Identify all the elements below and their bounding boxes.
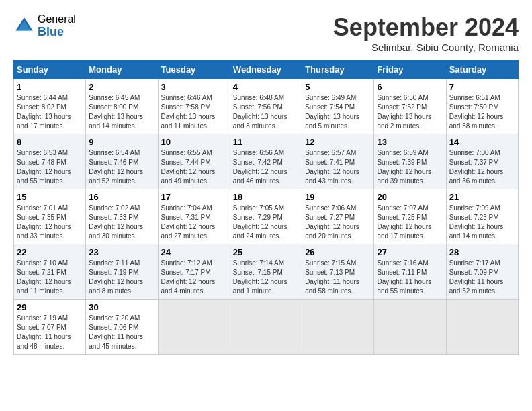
table-row: 6 Sunrise: 6:50 AMSunset: 7:52 PMDayligh…: [374, 79, 446, 134]
table-row: [374, 300, 446, 355]
day-number: 23: [89, 247, 154, 257]
day-number: 9: [89, 137, 154, 147]
table-row: 13 Sunrise: 6:59 AMSunset: 7:39 PMDaylig…: [374, 134, 446, 189]
table-row: 24 Sunrise: 7:12 AMSunset: 7:17 PMDaylig…: [158, 244, 230, 300]
table-row: 3 Sunrise: 6:46 AMSunset: 7:58 PMDayligh…: [158, 79, 230, 134]
day-info: Sunrise: 6:53 AMSunset: 7:48 PMDaylight:…: [17, 148, 83, 186]
logo-text: General Blue: [38, 13, 76, 38]
col-tuesday: Tuesday: [158, 60, 230, 79]
day-info: Sunrise: 7:20 AMSunset: 7:06 PMDaylight:…: [89, 314, 154, 351]
day-info: Sunrise: 6:56 AMSunset: 7:42 PMDaylight:…: [233, 148, 299, 186]
day-number: 20: [377, 192, 443, 202]
day-info: Sunrise: 7:19 AMSunset: 7:07 PMDaylight:…: [17, 314, 83, 351]
day-info: Sunrise: 6:50 AMSunset: 7:52 PMDaylight:…: [377, 93, 443, 131]
table-row: [446, 300, 518, 355]
day-number: 12: [305, 137, 371, 147]
calendar-week-row: 15 Sunrise: 7:01 AMSunset: 7:35 PMDaylig…: [14, 189, 519, 244]
day-info: Sunrise: 7:02 AMSunset: 7:33 PMDaylight:…: [89, 203, 154, 241]
day-number: 18: [233, 192, 299, 202]
day-info: Sunrise: 6:49 AMSunset: 7:54 PMDaylight:…: [305, 93, 371, 131]
day-number: 13: [377, 137, 443, 147]
table-row: 12 Sunrise: 6:57 AMSunset: 7:41 PMDaylig…: [302, 134, 374, 189]
table-row: 15 Sunrise: 7:01 AMSunset: 7:35 PMDaylig…: [14, 189, 86, 244]
location: Selimbar, Sibiu County, Romania: [333, 42, 519, 53]
day-number: 19: [305, 192, 371, 202]
day-info: Sunrise: 7:11 AMSunset: 7:19 PMDaylight:…: [89, 259, 154, 296]
calendar-week-row: 8 Sunrise: 6:53 AMSunset: 7:48 PMDayligh…: [14, 134, 519, 189]
table-row: 14 Sunrise: 7:00 AMSunset: 7:37 PMDaylig…: [446, 134, 518, 189]
day-info: Sunrise: 7:06 AMSunset: 7:27 PMDaylight:…: [305, 203, 371, 241]
table-row: 26 Sunrise: 7:15 AMSunset: 7:13 PMDaylig…: [302, 244, 374, 300]
title-block: September 2024 Selimbar, Sibiu County, R…: [333, 13, 519, 53]
day-info: Sunrise: 6:46 AMSunset: 7:58 PMDaylight:…: [161, 93, 227, 131]
table-row: 5 Sunrise: 6:49 AMSunset: 7:54 PMDayligh…: [302, 79, 374, 134]
day-info: Sunrise: 6:55 AMSunset: 7:44 PMDaylight:…: [161, 148, 227, 186]
day-info: Sunrise: 7:04 AMSunset: 7:31 PMDaylight:…: [161, 203, 227, 241]
day-number: 2: [89, 82, 154, 92]
col-monday: Monday: [86, 60, 158, 79]
table-row: 4 Sunrise: 6:48 AMSunset: 7:56 PMDayligh…: [230, 79, 302, 134]
day-number: 1: [17, 82, 83, 92]
table-row: 17 Sunrise: 7:04 AMSunset: 7:31 PMDaylig…: [158, 189, 230, 244]
col-thursday: Thursday: [302, 60, 374, 79]
day-number: 25: [233, 247, 299, 257]
calendar-table: Sunday Monday Tuesday Wednesday Thursday…: [13, 60, 519, 355]
day-number: 30: [89, 302, 154, 312]
day-number: 17: [161, 192, 227, 202]
table-row: 10 Sunrise: 6:55 AMSunset: 7:44 PMDaylig…: [158, 134, 230, 189]
day-info: Sunrise: 6:54 AMSunset: 7:46 PMDaylight:…: [89, 148, 154, 186]
col-wednesday: Wednesday: [230, 60, 302, 79]
day-number: 6: [377, 82, 443, 92]
day-number: 21: [449, 192, 515, 202]
calendar-header-row: Sunday Monday Tuesday Wednesday Thursday…: [14, 60, 519, 79]
table-row: [302, 300, 374, 355]
table-row: 25 Sunrise: 7:14 AMSunset: 7:15 PMDaylig…: [230, 244, 302, 300]
table-row: 29 Sunrise: 7:19 AMSunset: 7:07 PMDaylig…: [14, 300, 86, 355]
day-number: 3: [161, 82, 227, 92]
table-row: 8 Sunrise: 6:53 AMSunset: 7:48 PMDayligh…: [14, 134, 86, 189]
day-info: Sunrise: 7:12 AMSunset: 7:17 PMDaylight:…: [161, 259, 227, 296]
table-row: 20 Sunrise: 7:07 AMSunset: 7:25 PMDaylig…: [374, 189, 446, 244]
day-info: Sunrise: 7:10 AMSunset: 7:21 PMDaylight:…: [17, 259, 83, 296]
col-saturday: Saturday: [446, 60, 518, 79]
day-number: 16: [89, 192, 154, 202]
day-info: Sunrise: 7:09 AMSunset: 7:23 PMDaylight:…: [449, 203, 515, 241]
day-number: 8: [17, 137, 83, 147]
table-row: 18 Sunrise: 7:05 AMSunset: 7:29 PMDaylig…: [230, 189, 302, 244]
day-info: Sunrise: 6:59 AMSunset: 7:39 PMDaylight:…: [377, 148, 443, 186]
table-row: 27 Sunrise: 7:16 AMSunset: 7:11 PMDaylig…: [374, 244, 446, 300]
table-row: 28 Sunrise: 7:17 AMSunset: 7:09 PMDaylig…: [446, 244, 518, 300]
day-info: Sunrise: 6:57 AMSunset: 7:41 PMDaylight:…: [305, 148, 371, 186]
day-number: 10: [161, 137, 227, 147]
table-row: 2 Sunrise: 6:45 AMSunset: 8:00 PMDayligh…: [86, 79, 158, 134]
day-info: Sunrise: 6:51 AMSunset: 7:50 PMDaylight:…: [449, 93, 515, 131]
table-row: 9 Sunrise: 6:54 AMSunset: 7:46 PMDayligh…: [86, 134, 158, 189]
day-number: 27: [377, 247, 443, 257]
calendar-week-row: 1 Sunrise: 6:44 AMSunset: 8:02 PMDayligh…: [14, 79, 519, 134]
table-row: 22 Sunrise: 7:10 AMSunset: 7:21 PMDaylig…: [14, 244, 86, 300]
logo-blue: Blue: [38, 26, 76, 39]
page-header: General Blue September 2024 Selimbar, Si…: [13, 13, 519, 53]
table-row: 23 Sunrise: 7:11 AMSunset: 7:19 PMDaylig…: [86, 244, 158, 300]
day-info: Sunrise: 7:15 AMSunset: 7:13 PMDaylight:…: [305, 259, 371, 296]
col-friday: Friday: [374, 60, 446, 79]
table-row: 19 Sunrise: 7:06 AMSunset: 7:27 PMDaylig…: [302, 189, 374, 244]
day-number: 14: [449, 137, 515, 147]
calendar-week-row: 29 Sunrise: 7:19 AMSunset: 7:07 PMDaylig…: [14, 300, 519, 355]
table-row: 7 Sunrise: 6:51 AMSunset: 7:50 PMDayligh…: [446, 79, 518, 134]
table-row: 1 Sunrise: 6:44 AMSunset: 8:02 PMDayligh…: [14, 79, 86, 134]
calendar-week-row: 22 Sunrise: 7:10 AMSunset: 7:21 PMDaylig…: [14, 244, 519, 300]
day-info: Sunrise: 6:45 AMSunset: 8:00 PMDaylight:…: [89, 93, 154, 131]
day-info: Sunrise: 7:17 AMSunset: 7:09 PMDaylight:…: [449, 259, 515, 296]
logo: General Blue: [13, 13, 76, 38]
day-number: 24: [161, 247, 227, 257]
day-number: 11: [233, 137, 299, 147]
table-row: [230, 300, 302, 355]
day-number: 5: [305, 82, 371, 92]
day-number: 28: [449, 247, 515, 257]
day-info: Sunrise: 7:01 AMSunset: 7:35 PMDaylight:…: [17, 203, 83, 241]
day-number: 22: [17, 247, 83, 257]
day-info: Sunrise: 7:16 AMSunset: 7:11 PMDaylight:…: [377, 259, 443, 296]
day-info: Sunrise: 6:44 AMSunset: 8:02 PMDaylight:…: [17, 93, 83, 131]
table-row: 21 Sunrise: 7:09 AMSunset: 7:23 PMDaylig…: [446, 189, 518, 244]
